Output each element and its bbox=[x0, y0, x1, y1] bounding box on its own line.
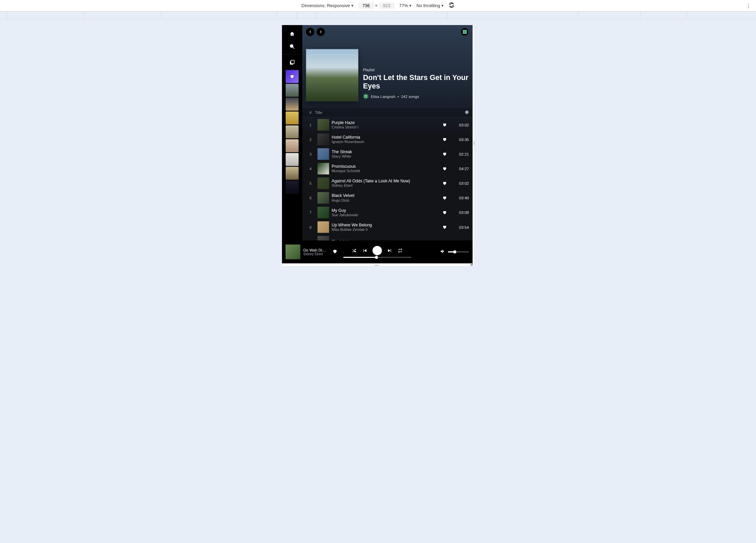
svg-point-0 bbox=[290, 44, 293, 47]
track-duration: 03:08 bbox=[453, 210, 469, 215]
track-artist: Stacy White bbox=[332, 154, 440, 158]
track-title: Black Velvet bbox=[332, 194, 440, 198]
zoom-dropdown[interactable]: 77% bbox=[399, 3, 412, 8]
previous-icon[interactable] bbox=[362, 248, 367, 253]
table-row[interactable]: 3 The Streak Stacy White 02:21 bbox=[302, 147, 473, 161]
heart-icon[interactable] bbox=[333, 249, 337, 255]
owner-avatar[interactable] bbox=[363, 94, 369, 99]
liked-songs-thumb[interactable] bbox=[285, 70, 299, 83]
volume-icon[interactable] bbox=[440, 249, 445, 255]
track-number: 5 bbox=[306, 181, 315, 185]
throttling-dropdown[interactable]: No throttling bbox=[416, 3, 444, 8]
column-duration-icon bbox=[458, 110, 469, 115]
playlist-thumb[interactable] bbox=[285, 98, 299, 111]
heart-icon[interactable] bbox=[442, 210, 450, 215]
progress-slider[interactable] bbox=[343, 257, 411, 258]
table-row[interactable]: 4 Promiscuous Monique Schmidt 04:27 bbox=[302, 161, 473, 176]
nav-forward-button[interactable] bbox=[316, 28, 325, 36]
dimensions-dropdown[interactable]: Dimensions: Responsive bbox=[301, 3, 354, 8]
table-row[interactable]: 7 My Guy Sue Jakubowski 03:08 bbox=[302, 205, 473, 220]
track-art bbox=[317, 134, 329, 145]
resize-handle-right[interactable]: ║║ bbox=[473, 142, 474, 149]
track-number: 6 bbox=[306, 196, 315, 200]
now-playing-artist[interactable]: Sidney Ebert bbox=[303, 252, 327, 256]
column-number: # bbox=[306, 110, 315, 115]
now-playing-title[interactable]: Do Wah Diddy… bbox=[303, 248, 327, 252]
playlist-thumb[interactable] bbox=[285, 167, 299, 180]
track-artist: Sidney Ebert bbox=[332, 183, 440, 187]
heart-icon[interactable] bbox=[442, 122, 450, 127]
device-frame: Playlist Don't Let the Stars Get in Your… bbox=[282, 25, 474, 266]
height-input[interactable] bbox=[379, 2, 395, 9]
width-input[interactable] bbox=[358, 2, 374, 9]
sidebar bbox=[282, 25, 302, 240]
playlist-thumb[interactable] bbox=[285, 112, 299, 125]
rotate-icon[interactable] bbox=[449, 2, 455, 9]
table-row[interactable]: 6 Black Velvet Hugo Dicki 03:40 bbox=[302, 190, 473, 205]
track-artist: Cristina Streich I bbox=[332, 125, 440, 129]
topbar bbox=[302, 25, 473, 39]
heart-icon[interactable] bbox=[442, 166, 450, 171]
table-row[interactable]: 2 Hotel California Ignacio Rosenbaum 03:… bbox=[302, 132, 473, 147]
track-artist: Miss Bobbie Zemlak II bbox=[332, 227, 440, 232]
track-title: Promiscuous bbox=[332, 164, 440, 169]
shuffle-icon[interactable] bbox=[352, 248, 357, 253]
track-artist: Ignacio Rosenbaum bbox=[332, 140, 440, 144]
next-icon[interactable] bbox=[387, 248, 392, 253]
track-title: The Streak bbox=[332, 149, 440, 154]
heart-icon[interactable] bbox=[442, 152, 450, 156]
main-content: Playlist Don't Let the Stars Get in Your… bbox=[302, 25, 473, 240]
track-duration: 02:21 bbox=[453, 152, 469, 156]
playlist-thumb[interactable] bbox=[285, 153, 299, 166]
track-art bbox=[317, 236, 329, 240]
track-number: 7 bbox=[306, 210, 315, 215]
music-app: Playlist Don't Let the Stars Get in Your… bbox=[282, 25, 473, 263]
player-bar: Do Wah Diddy… Sidney Ebert bbox=[282, 240, 473, 263]
repeat-icon[interactable] bbox=[398, 248, 403, 253]
playlist-thumb[interactable] bbox=[285, 181, 299, 194]
table-row[interactable]: 1 Purple Haze Cristina Streich I 03:02 bbox=[302, 118, 473, 132]
track-art bbox=[317, 221, 329, 233]
table-row[interactable]: 9 Black Velvet bbox=[302, 235, 473, 241]
track-title: My Guy bbox=[332, 208, 440, 213]
track-art bbox=[317, 148, 329, 160]
track-art bbox=[317, 163, 329, 175]
track-duration: 03:40 bbox=[453, 196, 469, 200]
track-duration: 03:02 bbox=[453, 181, 469, 185]
heart-icon[interactable] bbox=[442, 137, 450, 142]
song-count: 142 songs bbox=[401, 94, 419, 99]
track-duration: 03:54 bbox=[453, 225, 469, 229]
table-row[interactable]: 8 Up Where We Belong Miss Bobbie Zemlak … bbox=[302, 220, 473, 234]
track-artist: Hugo Dicki bbox=[332, 198, 440, 202]
table-row[interactable]: 5 Against All Odds (Take a Look At Me No… bbox=[302, 176, 473, 190]
heart-icon[interactable] bbox=[442, 181, 450, 186]
playlist-thumb[interactable] bbox=[285, 139, 299, 152]
nav-back-button[interactable] bbox=[306, 28, 314, 36]
svg-rect-5 bbox=[376, 249, 377, 252]
home-icon[interactable] bbox=[286, 28, 298, 40]
search-icon[interactable] bbox=[286, 41, 298, 52]
playlist-owner[interactable]: Elisa Langosh bbox=[371, 94, 395, 99]
pause-button[interactable] bbox=[373, 246, 382, 255]
heart-icon[interactable] bbox=[442, 225, 450, 229]
library-icon[interactable] bbox=[286, 57, 298, 68]
volume-slider[interactable] bbox=[448, 252, 469, 253]
column-title: Title bbox=[315, 110, 458, 115]
track-art bbox=[317, 119, 329, 130]
now-playing: Do Wah Diddy… Sidney Ebert bbox=[285, 245, 337, 259]
kebab-menu-icon[interactable]: ⋮ bbox=[746, 2, 751, 9]
track-art bbox=[317, 207, 329, 218]
user-avatar[interactable] bbox=[460, 28, 469, 36]
now-playing-art[interactable] bbox=[285, 245, 300, 259]
svg-rect-6 bbox=[378, 249, 378, 252]
resize-handle-bottom[interactable]: ═══ bbox=[374, 264, 382, 265]
track-number: 1 bbox=[306, 123, 315, 127]
playlist-thumb[interactable] bbox=[285, 125, 299, 139]
heart-icon[interactable] bbox=[442, 196, 450, 200]
playlist-header: Playlist Don't Let the Stars Get in Your… bbox=[302, 39, 473, 108]
track-artist: Monique Schmidt bbox=[332, 169, 440, 173]
player-controls bbox=[341, 246, 414, 258]
volume-control bbox=[417, 249, 469, 255]
separator: • bbox=[397, 94, 399, 99]
playlist-thumb[interactable] bbox=[285, 84, 299, 97]
